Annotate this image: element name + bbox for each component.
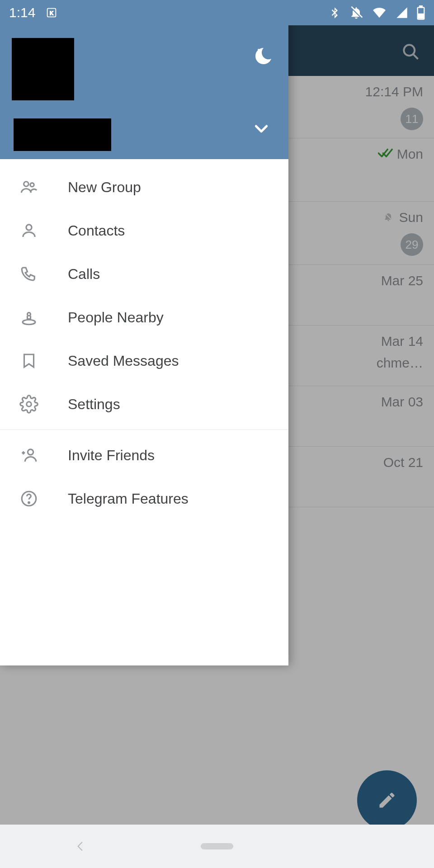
menu-item-label: People Nearby <box>68 309 164 326</box>
bluetooth-icon <box>328 5 341 20</box>
svg-point-11 <box>28 449 33 455</box>
wifi-icon <box>372 6 387 19</box>
menu-item-label: New Group <box>68 179 141 196</box>
menu-item-people-nearby[interactable]: People Nearby <box>0 296 288 339</box>
menu-item-contacts[interactable]: Contacts <box>0 209 288 252</box>
back-button[interactable] <box>75 837 86 855</box>
person-icon <box>18 220 40 241</box>
account-name-redacted <box>14 118 111 151</box>
home-gesture-pill[interactable] <box>201 843 233 849</box>
svg-point-15 <box>28 502 30 503</box>
menu-item-calls[interactable]: Calls <box>0 252 288 296</box>
menu-item-saved-messages[interactable]: Saved Messages <box>0 339 288 382</box>
menu-item-label: Calls <box>68 266 100 283</box>
dnd-icon <box>349 5 363 20</box>
svg-point-5 <box>24 182 29 187</box>
signal-icon <box>395 6 409 19</box>
app-indicator-icon: K <box>45 6 58 19</box>
menu-item-label: Settings <box>68 396 120 413</box>
svg-point-6 <box>30 183 34 187</box>
help-icon <box>18 488 40 509</box>
menu-item-label: Saved Messages <box>68 353 179 369</box>
avatar-redacted <box>12 38 74 100</box>
gear-icon <box>18 393 40 415</box>
svg-point-4 <box>260 52 262 53</box>
svg-point-7 <box>26 225 32 230</box>
people-nearby-icon <box>18 307 40 328</box>
group-icon <box>18 176 40 198</box>
system-nav-bar <box>0 825 434 868</box>
menu-item-settings[interactable]: Settings <box>0 382 288 426</box>
svg-point-10 <box>27 402 32 407</box>
svg-rect-22 <box>419 14 423 18</box>
menu-item-invite-friends[interactable]: Invite Friends <box>0 434 288 477</box>
moon-icon <box>252 45 274 67</box>
svg-point-8 <box>23 320 35 325</box>
phone-icon <box>18 263 40 285</box>
battery-icon <box>417 5 425 20</box>
status-clock: 1:14 <box>9 5 35 20</box>
menu-item-label: Telegram Features <box>68 491 189 507</box>
bookmark-icon <box>18 350 40 372</box>
menu-item-label: Contacts <box>68 222 125 239</box>
menu-item-label: Invite Friends <box>68 447 155 464</box>
svg-text:K: K <box>50 10 54 16</box>
svg-rect-21 <box>420 6 422 8</box>
menu-divider <box>0 429 288 430</box>
chevron-down-icon <box>252 119 270 137</box>
svg-point-9 <box>28 313 31 316</box>
navigation-drawer: New Group Contacts Calls People Nearby S… <box>0 0 288 665</box>
account-switcher[interactable] <box>252 119 270 137</box>
svg-point-3 <box>258 49 259 51</box>
status-bar: 1:14 K <box>0 0 434 25</box>
invite-icon <box>18 444 40 466</box>
menu-item-telegram-features[interactable]: Telegram Features <box>0 477 288 520</box>
drawer-menu: New Group Contacts Calls People Nearby S… <box>0 159 288 520</box>
night-mode-toggle[interactable] <box>252 45 274 67</box>
menu-item-new-group[interactable]: New Group <box>0 165 288 209</box>
